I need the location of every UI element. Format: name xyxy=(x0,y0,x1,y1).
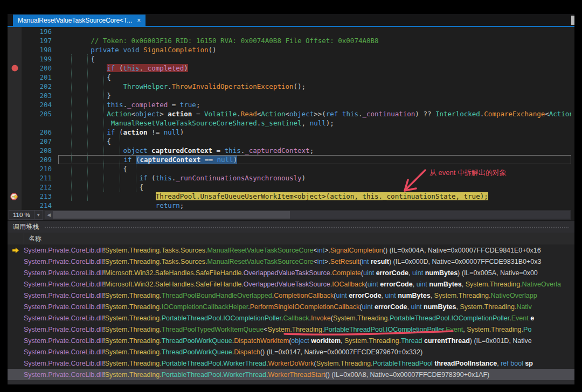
code-line[interactable]: 200 if (this._completed) xyxy=(8,64,571,73)
callstack-frame-row[interactable]: System.Private.CoreLib.dll!System.Thread… xyxy=(8,312,574,324)
line-number: 196 xyxy=(22,27,58,36)
line-number: 208 xyxy=(22,146,58,155)
breakpoint-gutter xyxy=(8,45,22,54)
code-text: Action<object> action = Volatile.Read<Ac… xyxy=(58,109,571,118)
line-number: 206 xyxy=(22,128,58,137)
code-line[interactable]: 196 xyxy=(8,27,571,36)
code-line[interactable]: 197 // Token: 0x06003F16 RID: 16150 RVA:… xyxy=(8,36,571,45)
breakpoint-gutter xyxy=(8,201,22,210)
callstack-frame-row[interactable]: System.Private.CoreLib.dll!System.Thread… xyxy=(8,301,574,312)
breakpoint-gutter xyxy=(8,173,22,183)
code-text: { xyxy=(58,183,571,192)
code-line[interactable]: 212 { xyxy=(8,183,571,192)
code-text: return; xyxy=(58,201,571,210)
line-number: 203 xyxy=(22,91,58,100)
code-editor[interactable]: 196197 // Token: 0x06003F16 RID: 16150 R… xyxy=(8,27,571,210)
code-text: { xyxy=(58,137,571,146)
code-line[interactable]: 201 { xyxy=(8,73,571,82)
frame-text: System.Private.CoreLib.dll!System.Thread… xyxy=(24,292,574,299)
code-text: private void SignalCompletion() xyxy=(58,45,571,54)
line-number: 202 xyxy=(22,82,58,91)
code-line[interactable]: 204 this._completed = true; xyxy=(8,100,571,109)
callstack-header: 名称 xyxy=(8,233,574,245)
line-number xyxy=(22,118,58,128)
code-line[interactable]: 203 } xyxy=(8,91,571,100)
breakpoint-gutter xyxy=(8,118,22,128)
code-text: ManualResetValueTaskSourceCoreShared.s_s… xyxy=(58,118,571,128)
callstack-frame-row[interactable]: System.Private.CoreLib.dll!System.Thread… xyxy=(8,244,574,256)
code-text: { xyxy=(58,54,571,64)
code-text: object capturedContext = this._capturedC… xyxy=(58,146,571,155)
code-line[interactable]: 208 object capturedContext = this._captu… xyxy=(8,146,571,155)
code-line[interactable]: 198 private void SignalCompletion() xyxy=(8,45,571,54)
frame-text: System.Private.CoreLib.dll!Microsoft.Win… xyxy=(24,281,574,288)
annotation-text: 从 event 中拆解出的对象 xyxy=(429,168,507,178)
breakpoint-gutter xyxy=(8,109,22,118)
line-number: 198 xyxy=(22,45,58,54)
tab-title: ManualResetValueTaskSourceCore<T... xyxy=(18,17,132,24)
scroll-left-icon[interactable]: ◀ xyxy=(45,212,53,218)
callstack-panel-title: 调用堆栈 xyxy=(8,221,574,233)
horizontal-scrollbar-thumb[interactable] xyxy=(53,211,290,219)
breakpoint-gutter xyxy=(8,91,22,100)
line-number: 212 xyxy=(22,183,58,192)
breakpoint-gutter xyxy=(8,155,22,164)
frame-text: System.Private.CoreLib.dll!System.Thread… xyxy=(24,303,574,311)
breakpoint-gutter xyxy=(8,164,22,173)
line-number: 211 xyxy=(22,173,58,183)
callstack-frame-row[interactable]: System.Private.CoreLib.dll!System.Thread… xyxy=(8,256,574,267)
callstack-frame-row[interactable]: System.Private.CoreLib.dll!System.Thread… xyxy=(8,290,574,301)
callstack-column-name[interactable]: 名称 xyxy=(24,233,574,244)
breakpoint-gutter xyxy=(8,36,22,45)
code-line[interactable]: 214 return; xyxy=(8,201,571,210)
scrollbar-top-thumb[interactable] xyxy=(571,16,574,25)
line-number: 214 xyxy=(22,201,58,210)
code-line[interactable]: 199 { xyxy=(8,54,571,64)
callstack-rows: System.Private.CoreLib.dll!System.Thread… xyxy=(8,244,574,380)
dnspy-window: ManualResetValueTaskSourceCore<T... × 19… xyxy=(8,14,574,384)
callstack-frame-row[interactable]: System.Private.CoreLib.dll!System.Thread… xyxy=(8,346,574,358)
breakpoint-gutter xyxy=(8,54,22,64)
frame-text: System.Private.CoreLib.dll!System.Thread… xyxy=(24,360,574,367)
code-text: if (action != null) xyxy=(58,128,571,137)
zoom-level-value: 110 % xyxy=(13,212,30,218)
code-line[interactable]: 205 Action<object> action = Volatile.Rea… xyxy=(8,109,571,118)
current-statement-icon[interactable] xyxy=(8,192,22,201)
frame-text: System.Private.CoreLib.dll!System.Thread… xyxy=(24,247,574,254)
tab-document[interactable]: ManualResetValueTaskSourceCore<T... × xyxy=(13,15,146,26)
line-number: 213 xyxy=(22,192,58,201)
code-text: ThrowHelper.ThrowInvalidOperationExcepti… xyxy=(58,82,571,91)
editor-bottom-bar: 110 % ▼ ◀ xyxy=(8,210,571,220)
code-line[interactable]: 207 { xyxy=(8,137,571,146)
close-icon[interactable]: × xyxy=(137,17,141,24)
breakpoint-gutter xyxy=(8,73,22,82)
callstack-frame-row[interactable]: System.Private.CoreLib.dll!System.Thread… xyxy=(8,358,574,369)
line-number: 200 xyxy=(22,64,58,73)
code-text: { xyxy=(58,73,571,82)
frame-text: System.Private.CoreLib.dll!System.Thread… xyxy=(24,258,574,265)
code-line[interactable]: 206 if (action != null) xyxy=(8,128,571,137)
code-line[interactable]: 202 ThrowHelper.ThrowInvalidOperationExc… xyxy=(8,82,571,91)
code-text: ThreadPool.UnsafeQueueUserWorkItem<objec… xyxy=(58,192,571,201)
frame-text: System.Private.CoreLib.dll!Microsoft.Win… xyxy=(24,269,574,277)
callstack-frame-row[interactable]: System.Private.CoreLib.dll!System.Thread… xyxy=(8,369,574,380)
callstack-frame-row[interactable]: System.Private.CoreLib.dll!System.Thread… xyxy=(8,335,574,346)
callstack-frame-row[interactable]: System.Private.CoreLib.dll!System.Thread… xyxy=(8,324,574,335)
zoom-dropdown-icon[interactable]: ▼ xyxy=(34,210,43,220)
code-line[interactable]: 213 ThreadPool.UnsafeQueueUserWorkItem<o… xyxy=(8,192,571,201)
frame-text: System.Private.CoreLib.dll!System.Thread… xyxy=(24,348,574,356)
callstack-frame-row[interactable]: System.Private.CoreLib.dll!Microsoft.Win… xyxy=(8,267,574,278)
code-line[interactable]: ManualResetValueTaskSourceCoreShared.s_s… xyxy=(8,118,571,128)
breakpoint-icon[interactable] xyxy=(8,64,22,73)
code-text: if (this._completed) xyxy=(58,64,571,73)
code-line[interactable]: 209 if (capturedContext == null) xyxy=(8,155,571,164)
callstack-frame-row[interactable]: System.Private.CoreLib.dll!Microsoft.Win… xyxy=(8,278,574,290)
frame-text: System.Private.CoreLib.dll!System.Thread… xyxy=(24,337,574,345)
breakpoint-gutter xyxy=(8,137,22,146)
line-number: 210 xyxy=(22,164,58,173)
tab-bar: ManualResetValueTaskSourceCore<T... × xyxy=(8,14,574,26)
zoom-level-combo[interactable]: 110 % xyxy=(9,210,34,220)
horizontal-scrollbar[interactable]: ◀ xyxy=(45,211,570,219)
window-bottom-strip xyxy=(8,380,574,384)
breakpoint-gutter xyxy=(8,146,22,155)
